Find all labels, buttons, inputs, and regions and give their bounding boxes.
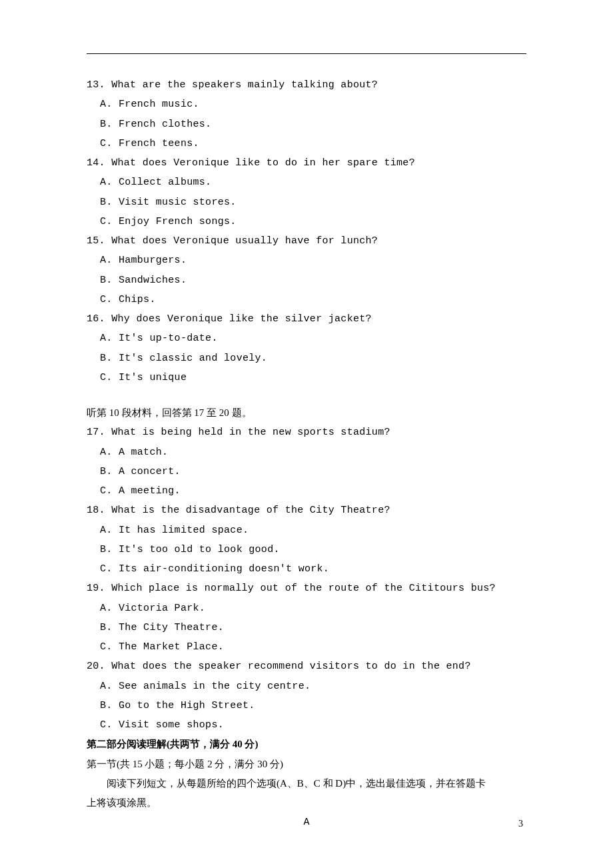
answer-option: C. The Market Place. — [87, 637, 526, 657]
answer-option: C. Chips. — [87, 290, 526, 309]
answer-option: B. A concert. — [87, 462, 526, 481]
question-block: 15. What does Veronique usually have for… — [87, 231, 526, 309]
answer-option: A. See animals in the city centre. — [87, 677, 526, 696]
question-text: 20. What does the speaker recommend visi… — [87, 657, 526, 676]
question-text: 16. Why does Veronique like the silver j… — [87, 309, 526, 329]
answer-option: A. It has limited space. — [87, 521, 526, 540]
answer-option: B. French clothes. — [87, 115, 526, 134]
question-text: 17. What is being held in the new sports… — [87, 423, 526, 442]
passage-letter: A — [87, 813, 526, 832]
answer-option: C. A meeting. — [87, 481, 526, 501]
question-text: 14. What does Veronique like to do in he… — [87, 153, 526, 173]
subsection-line: 第一节(共 15 小题；每小题 2 分，满分 30 分) — [87, 755, 526, 774]
question-block: 19. Which place is normally out of the r… — [87, 579, 526, 657]
question-text: 15. What does Veronique usually have for… — [87, 231, 526, 251]
question-block: 14. What does Veronique like to do in he… — [87, 153, 526, 231]
answer-option: B. Visit music stores. — [87, 193, 526, 212]
document-page: 13. What are the speakers mainly talking… — [0, 0, 613, 859]
answer-option: A. French music. — [87, 95, 526, 114]
answer-option: A. Hamburgers. — [87, 251, 526, 270]
question-text: 13. What are the speakers mainly talking… — [87, 75, 526, 95]
top-divider — [87, 53, 526, 54]
answer-option: C. French teens. — [87, 134, 526, 153]
instruction-line-2: 上将该项涂黑。 — [87, 793, 526, 813]
answer-option: A. It's up-to-date. — [87, 329, 526, 348]
question-block: 20. What does the speaker recommend visi… — [87, 657, 526, 735]
answer-option: C. Visit some shops. — [87, 715, 526, 735]
question-block: 17. What is being held in the new sports… — [87, 423, 526, 501]
answer-option: C. Enjoy French songs. — [87, 212, 526, 231]
question-block: 18. What is the disadvantage of the City… — [87, 501, 526, 579]
listening-section-intro: 听第 10 段材料，回答第 17 至 20 题。 — [87, 403, 526, 423]
answer-option: B. The City Theatre. — [87, 618, 526, 637]
answer-option: B. Go to the High Street. — [87, 696, 526, 715]
answer-option: A. A match. — [87, 443, 526, 462]
question-text: 19. Which place is normally out of the r… — [87, 579, 526, 598]
part2-header: 第二部分阅读理解(共两节，满分 40 分) — [87, 735, 526, 754]
answer-option: A. Collect albums. — [87, 173, 526, 192]
page-number: 3 — [518, 819, 523, 829]
question-block: 13. What are the speakers mainly talking… — [87, 75, 526, 153]
answer-option: C. It's unique — [87, 368, 526, 387]
answer-option: B. It's classic and lovely. — [87, 349, 526, 368]
answer-option: B. It's too old to look good. — [87, 540, 526, 559]
answer-option: A. Victoria Park. — [87, 599, 526, 618]
question-text: 18. What is the disadvantage of the City… — [87, 501, 526, 520]
answer-option: C. Its air-conditioning doesn't work. — [87, 559, 526, 579]
answer-option: B. Sandwiches. — [87, 271, 526, 290]
question-block: 16. Why does Veronique like the silver j… — [87, 309, 526, 387]
instruction-line-1: 阅读下列短文，从每题所给的四个选项(A、B、C 和 D)中，选出最佳选项，并在答… — [87, 774, 526, 793]
